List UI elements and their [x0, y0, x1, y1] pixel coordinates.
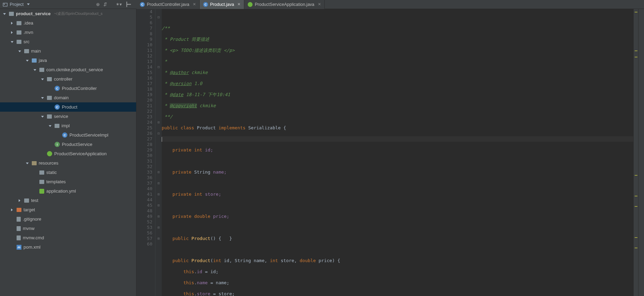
- tree-item[interactable]: CProductServiceImpl: [0, 130, 136, 140]
- collapse-icon[interactable]: ⇵: [103, 2, 107, 7]
- tree-item[interactable]: templates: [0, 177, 136, 186]
- tree-item[interactable]: CProductController: [0, 84, 136, 93]
- target-icon[interactable]: ⊕: [96, 2, 100, 7]
- line-number[interactable]: 25: [136, 125, 152, 131]
- chevron-down-icon[interactable]: [41, 115, 45, 118]
- line-number[interactable]: 60: [136, 241, 152, 247]
- tree-item[interactable]: mvnw.cmd: [0, 233, 136, 242]
- line-number[interactable]: 37: [136, 181, 152, 186]
- line-number[interactable]: 15: [136, 70, 152, 75]
- line-number[interactable]: 19: [136, 92, 152, 98]
- fold-toggle-icon[interactable]: ⊞: [155, 192, 162, 197]
- hide-icon[interactable]: ┣━: [125, 2, 131, 7]
- project-dropdown-icon[interactable]: [27, 3, 30, 5]
- fold-toggle-icon[interactable]: ⊞: [155, 214, 162, 219]
- line-number[interactable]: 27: [136, 136, 152, 142]
- project-header[interactable]: Project ⊕ ⇵ ✶▾ ┣━: [0, 2, 136, 7]
- line-number[interactable]: 44: [136, 197, 152, 203]
- line-number[interactable]: 41: [136, 192, 152, 197]
- chevron-right-icon[interactable]: [19, 199, 22, 202]
- chevron-right-icon[interactable]: [11, 21, 15, 25]
- line-number[interactable]: 17: [136, 81, 152, 86]
- line-number[interactable]: 22: [136, 109, 152, 114]
- chevron-down-icon[interactable]: [11, 40, 15, 44]
- tree-item[interactable]: resources: [0, 158, 136, 168]
- line-number[interactable]: 10: [136, 42, 152, 48]
- tree-item[interactable]: .idea: [0, 18, 136, 28]
- fold-toggle-icon[interactable]: ⊞: [155, 236, 162, 241]
- chevron-right-icon[interactable]: [11, 208, 15, 212]
- chevron-down-icon[interactable]: [41, 77, 45, 81]
- line-number[interactable]: 24: [136, 120, 152, 125]
- fold-toggle-icon[interactable]: ⊞: [155, 203, 162, 208]
- fold-toggle-icon[interactable]: ⊟: [155, 64, 162, 70]
- fold-toggle-icon[interactable]: ⊟: [155, 15, 162, 20]
- tree-item[interactable]: .mvn: [0, 28, 136, 37]
- warning-marker[interactable]: [635, 12, 637, 12]
- line-number[interactable]: 6: [136, 20, 152, 26]
- line-number[interactable]: 31: [136, 158, 152, 164]
- gear-icon[interactable]: ✶▾: [116, 2, 122, 7]
- line-number[interactable]: 30: [136, 153, 152, 158]
- line-number[interactable]: 28: [136, 142, 152, 147]
- fold-toggle-icon[interactable]: ⊟: [155, 131, 162, 136]
- tree-item[interactable]: application.yml: [0, 186, 136, 196]
- tree-root[interactable]: product_service ~/桌面/SprinCloud/product_…: [0, 9, 136, 18]
- chevron-down-icon[interactable]: [3, 12, 7, 16]
- tree-item[interactable]: mpom.xml: [0, 242, 136, 252]
- tree-item[interactable]: CProduct: [0, 102, 136, 112]
- line-number[interactable]: 53: [136, 225, 152, 230]
- close-icon[interactable]: ✕: [237, 2, 240, 7]
- tree-item[interactable]: domain: [0, 93, 136, 102]
- chevron-down-icon[interactable]: [19, 49, 22, 53]
- line-number[interactable]: 5: [136, 15, 152, 20]
- warning-marker[interactable]: [635, 50, 637, 51]
- code-editor[interactable]: 4567891011121314151617181920212223242526…: [136, 9, 638, 296]
- warning-marker[interactable]: [635, 248, 637, 248]
- fold-toggle-icon[interactable]: ⊞: [155, 225, 162, 230]
- line-number[interactable]: 49: [136, 214, 152, 219]
- line-number[interactable]: 57: [136, 236, 152, 241]
- line-number[interactable]: 20: [136, 98, 152, 103]
- tree-item[interactable]: src: [0, 37, 136, 46]
- chevron-right-icon[interactable]: [11, 31, 15, 34]
- line-number[interactable]: 18: [136, 86, 152, 92]
- line-number[interactable]: 40: [136, 186, 152, 192]
- warning-marker[interactable]: [635, 237, 637, 238]
- line-number[interactable]: 52: [136, 219, 152, 225]
- tree-item[interactable]: com.ckmike.product_service: [0, 65, 136, 74]
- chevron-down-icon[interactable]: [41, 96, 45, 100]
- chevron-down-icon[interactable]: [26, 161, 30, 165]
- tree-item[interactable]: impl: [0, 121, 136, 130]
- line-number[interactable]: 11: [136, 48, 152, 53]
- line-number[interactable]: 56: [136, 230, 152, 236]
- tree-item[interactable]: mvnw: [0, 224, 136, 233]
- line-number[interactable]: 23: [136, 114, 152, 120]
- line-number[interactable]: 14: [136, 64, 152, 70]
- warning-marker[interactable]: [635, 57, 637, 57]
- tree-item[interactable]: static: [0, 168, 136, 177]
- fold-toggle-icon[interactable]: ⊞: [155, 169, 162, 175]
- warning-marker[interactable]: [635, 175, 637, 176]
- tree-item[interactable]: IProductService: [0, 140, 136, 149]
- fold-gutter[interactable]: ⊟⊟⊞⊟⊞⊞⊞⊞⊞⊞⊞: [155, 9, 162, 296]
- line-number[interactable]: 45: [136, 203, 152, 208]
- right-gutter[interactable]: [633, 9, 638, 296]
- line-number[interactable]: 36: [136, 175, 152, 181]
- close-icon[interactable]: ✕: [318, 2, 321, 7]
- tree-item[interactable]: ProductServiceApplication: [0, 149, 136, 158]
- close-icon[interactable]: ✕: [193, 2, 196, 7]
- tree-item[interactable]: .gitignore: [0, 214, 136, 224]
- line-number[interactable]: 21: [136, 103, 152, 109]
- warning-marker[interactable]: [635, 206, 637, 207]
- editor-tab[interactable]: CProduct.java✕: [200, 0, 244, 9]
- line-number[interactable]: 26: [136, 131, 152, 136]
- line-number[interactable]: 8: [136, 31, 152, 37]
- chevron-down-icon[interactable]: [49, 124, 53, 128]
- editor-tab[interactable]: CProductController.java✕: [136, 0, 200, 9]
- right-tool-sidebar[interactable]: [638, 9, 644, 296]
- line-number[interactable]: 16: [136, 75, 152, 81]
- tree-item[interactable]: service: [0, 112, 136, 121]
- project-tree[interactable]: product_service ~/桌面/SprinCloud/product_…: [0, 9, 136, 296]
- line-number[interactable]: 32: [136, 164, 152, 169]
